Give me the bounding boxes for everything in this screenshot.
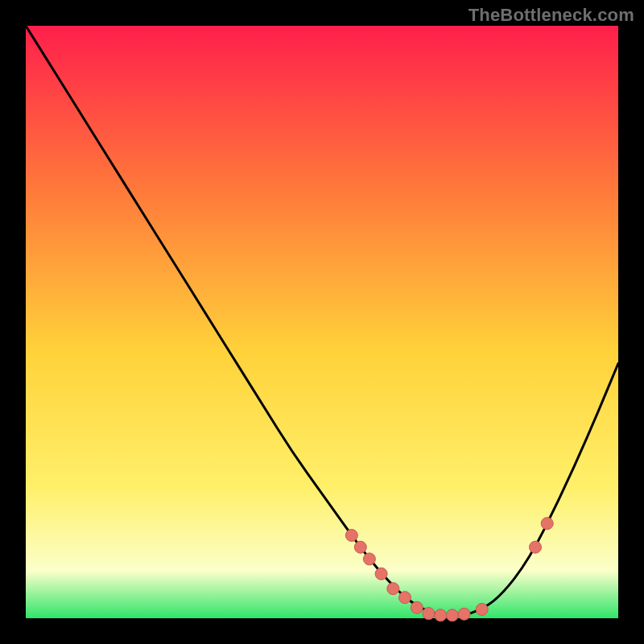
curve-marker [363,553,375,565]
chart-frame: TheBottleneck.com [0,0,644,644]
curve-marker [530,541,542,553]
curve-marker [345,530,357,542]
curve-marker [458,608,470,620]
curve-marker [375,568,387,580]
curve-marker [476,604,488,616]
curve-marker [435,609,447,621]
watermark-label: TheBottleneck.com [469,5,634,26]
curve-marker [411,601,423,613]
plot-gradient-background [26,26,618,618]
curve-marker [354,541,366,553]
curve-marker [387,583,399,595]
curve-marker [541,518,553,530]
curve-marker [399,592,411,604]
curve-marker [446,609,458,621]
curve-marker [423,608,435,620]
bottleneck-chart [0,0,644,644]
